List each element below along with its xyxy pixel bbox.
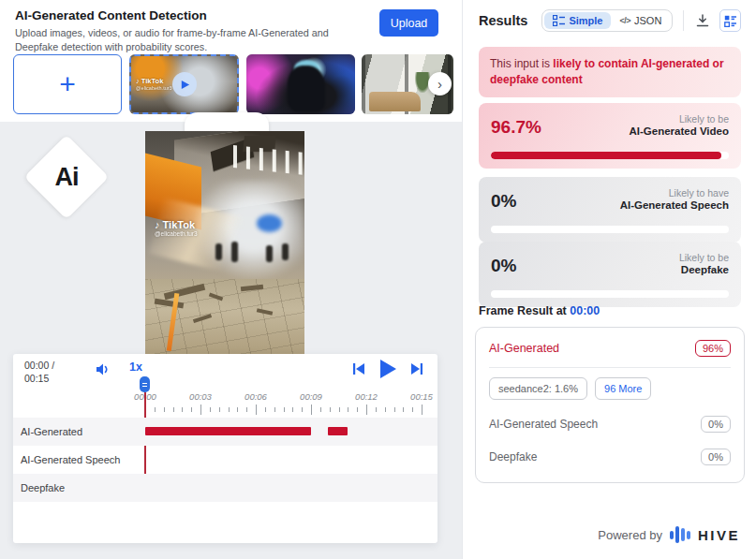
play-button[interactable] [378,359,397,382]
toggle-json-button[interactable]: </> JSON [611,12,670,29]
ai-watermark-badge: Ai [24,135,110,220]
track-label: AI-Generated [21,418,82,446]
tiktok-brand-text: TikTok [141,77,163,85]
video-watermark: ♪ TikTok @elicabeth.tur3 [155,219,198,237]
timeline-tracks: AI-Generated AI-Generated Speech Deepfak… [13,418,437,502]
track-label: AI-Generated Speech [21,446,120,474]
score-percent: 0% [491,256,516,276]
frame-result-prefix: Frame Result at [479,304,570,317]
watermark-handle-text: @elicabeth.tur3 [155,230,198,237]
frame-speech-label: AI-Generated Speech [489,418,598,431]
code-icon: </> [619,16,630,25]
frame-speech-badge: 0% [701,416,731,433]
ruler-tick-label: 00:09 [290,391,332,402]
skip-start-icon [352,362,365,375]
score-card-ai-video: 96.7% Likely to be AI-Generated Video [479,103,741,169]
view-toggle: Simple </> JSON [541,9,673,32]
tiktok-watermark: ♪ TikTok @elicabeth.tur3 [136,77,172,91]
page-header: AI-Generated Content Detection Upload im… [15,8,371,53]
report-icon [724,15,736,27]
hive-logo-icon [670,526,690,543]
hive-brand-text: HIVE [698,527,740,543]
scene-figure [215,243,222,260]
ruler-tick-label: 00:03 [180,391,221,402]
toggle-simple-button[interactable]: Simple [544,12,611,29]
time-total: 00:15 [24,372,54,385]
model-chips: seedance2: 1.6% 96 More [489,377,731,400]
results-header: Results Simple </> JSON [479,7,741,34]
scene-figure [282,243,289,260]
score-percent: 0% [491,191,516,212]
add-media-tile[interactable]: + [13,54,122,114]
track-label: Deepfake [21,474,65,502]
track-row-ai-generated[interactable]: AI-Generated [13,418,437,446]
frame-result-heading: Frame Result at 00:00 [479,304,600,317]
playhead-handle[interactable] [140,376,150,392]
results-title: Results [479,13,527,28]
ruler-tick-label: 00:12 [346,391,387,402]
score-progressbar [491,152,729,159]
player-stage: Ai [0,122,462,559]
skip-start-button[interactable] [352,362,365,378]
thumbnail-video-selected[interactable]: ♪ TikTok @elicabeth.tur3 [129,54,239,114]
score-label: Deepfake [679,264,729,275]
alert-prefix: This input is [490,57,553,70]
scene-blue-light [257,214,282,232]
track-segments [145,474,422,502]
score-percent: 96.7% [491,117,541,138]
score-label: AI-Generated Video [629,125,729,137]
ruler-tick-label: 00:06 [235,391,276,402]
frame-ai-generated-badge: 96% [695,340,731,357]
header-divider [683,10,684,31]
volume-button[interactable] [96,362,111,379]
score-card-ai-speech: 0% Likely to have AI-Generated Speech [479,177,741,243]
play-overlay-icon [172,72,197,96]
time-display: 00:00 / 00:15 [24,359,54,385]
thumbnail-cyberpunk[interactable] [246,54,355,114]
frame-ai-generated-label: AI-Generated [489,342,559,355]
detection-panel: AI-Generated Content Detection Upload im… [0,0,462,559]
timeline-ruler-labels: 00:0000:0300:0600:0900:1200:15 [13,391,437,403]
scene-figure [266,245,273,262]
track-row-deepfake[interactable]: Deepfake [13,474,437,502]
music-note-icon: ♪ [155,219,163,230]
download-icon [695,13,710,28]
scene-figure [231,242,238,262]
download-button[interactable] [692,10,712,31]
score-qualifier: Likely to have [620,187,729,199]
frame-deepfake-label: Deepfake [489,450,537,463]
score-card-deepfake: 0% Likely to be Deepfake [479,242,741,307]
video-frame[interactable]: ♪ TikTok @elicabeth.tur3 [145,131,304,356]
watermark-brand-text: TikTok [163,219,195,230]
tiktok-handle-text: @elicabeth.tur3 [136,85,172,91]
detection-segment [328,427,348,435]
track-segments [145,418,422,446]
track-row-ai-generated-speech[interactable]: AI-Generated Speech [13,446,437,474]
score-qualifier: Likely to be [629,113,729,125]
timeline-ruler [13,405,437,418]
time-current: 00:00 / [24,359,54,372]
score-progressbar [491,290,729,298]
frame-card-divider [489,367,731,368]
ruler-tick-label: 00:15 [401,391,442,402]
playback-speed-button[interactable]: 1x [129,360,142,374]
toggle-json-label: JSON [634,15,661,26]
detection-segment [145,427,311,435]
frame-result-card: AI-Generated 96% seedance2: 1.6% 96 More… [475,327,745,483]
score-progressbar [491,226,729,233]
page-description: Upload images, videos, or audio for fram… [15,26,371,53]
timeline-panel: 00:00 / 00:15 1x [13,354,437,543]
carousel-next-button[interactable]: › [428,72,452,96]
cyberpunk-thumbnail-image [246,54,355,114]
model-chip-seedance[interactable]: seedance2: 1.6% [489,377,587,400]
score-label: AI-Generated Speech [620,199,729,211]
upload-button[interactable]: Upload [379,9,438,37]
play-icon [378,359,397,379]
tree-view-icon [553,15,565,26]
page-title: AI-Generated Content Detection [15,8,371,22]
skip-end-button[interactable] [410,362,423,378]
toggle-simple-label: Simple [569,15,602,26]
chevron-right-icon: › [437,76,442,92]
report-view-button[interactable] [719,9,741,32]
more-models-chip[interactable]: 96 More [595,377,651,400]
